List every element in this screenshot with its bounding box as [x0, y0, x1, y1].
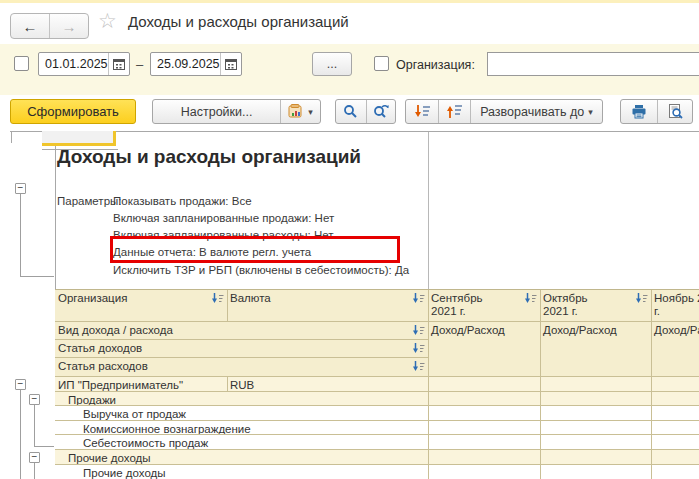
collapse-all-icon: [446, 104, 463, 119]
param-line: Показывать продажи: Все: [113, 195, 252, 207]
find-button[interactable]: [336, 100, 366, 123]
expand-to-label: Разворачивать до: [480, 105, 584, 119]
app-window: ← → ☆ Доходы и расходы организаций 01.01…: [0, 0, 699, 479]
expand-all-icon: [414, 104, 431, 119]
back-button[interactable]: ←: [11, 14, 50, 38]
table-row-values[interactable]: [428, 421, 699, 435]
expand-to-button[interactable]: Разворачивать до ▾: [471, 100, 602, 123]
sort-icon[interactable]: [412, 343, 425, 354]
generate-button[interactable]: Сформировать: [10, 99, 136, 124]
grid-vline: [651, 290, 652, 479]
grid-vline: [227, 377, 228, 392]
month-subheader[interactable]: Доход/Расход: [654, 324, 699, 336]
table-cell-currency[interactable]: RUB: [227, 377, 428, 392]
table-top-border: [55, 289, 699, 290]
sort-icon[interactable]: [412, 361, 425, 372]
organization-label: Организация:: [396, 58, 475, 72]
col-header-month-october[interactable]: Октябрь 2021 г.: [540, 290, 651, 322]
group-collapse-org[interactable]: −: [15, 379, 26, 390]
find-next-button[interactable]: [366, 100, 395, 123]
tree-line: [34, 446, 54, 447]
grid-vline: [227, 290, 228, 322]
forward-button[interactable]: →: [50, 14, 88, 38]
tree-line: [20, 276, 54, 277]
group-collapse-sales[interactable]: −: [29, 394, 40, 405]
col-header-month-september[interactable]: Сентябрь 2021 г.: [428, 290, 540, 322]
col-header-currency[interactable]: Валюта: [227, 290, 428, 322]
table-row-values[interactable]: [428, 377, 699, 392]
date-from-value: 01.01.2025: [39, 57, 108, 71]
table-row-values[interactable]: [428, 435, 699, 450]
organization-input[interactable]: [487, 52, 699, 76]
organization-checkbox[interactable]: [374, 56, 389, 71]
grid-vline: [428, 290, 429, 479]
margin-gridline: [11, 131, 12, 143]
search-next-icon: [373, 104, 389, 119]
nav-button-group: ← →: [10, 13, 89, 39]
column-gridline: [428, 132, 429, 289]
col-header-month-november[interactable]: Ноябрь 2021 г.: [651, 290, 699, 322]
table-row-values[interactable]: [428, 406, 699, 421]
selected-cell[interactable]: [42, 131, 116, 146]
col-header-organization[interactable]: Организация: [55, 290, 227, 322]
period-checkbox[interactable]: [14, 56, 29, 71]
group-collapse-other-income[interactable]: −: [29, 452, 40, 463]
date-range-dash: –: [136, 57, 143, 72]
table-row-cost[interactable]: Себестоимость продаж: [55, 435, 428, 450]
print-preview-button[interactable]: [658, 100, 692, 123]
sort-icon[interactable]: [211, 293, 224, 304]
row-header-kind[interactable]: Вид дохода / расхода: [55, 322, 428, 340]
tree-line: [20, 390, 21, 479]
table-row-commission[interactable]: Комиссионное вознаграждение: [55, 421, 428, 435]
print-button-group: [620, 99, 693, 124]
sort-icon[interactable]: [524, 293, 537, 304]
month-subheader-strip: Доход/Расход Доход/Расход Доход/Расход: [428, 322, 699, 377]
settings-button[interactable]: Настройки...: [153, 100, 280, 123]
table-row-values[interactable]: [428, 450, 699, 465]
report-title: Доходы и расходы организаций: [57, 146, 361, 168]
date-to-field[interactable]: 25.09.2025: [150, 52, 242, 76]
month-subheader[interactable]: Доход/Расход: [431, 324, 505, 336]
month-subheader[interactable]: Доход/Расход: [543, 324, 617, 336]
group-collapse-header[interactable]: −: [15, 183, 26, 194]
table-row-values[interactable]: [428, 392, 699, 406]
table-row-other-income-group[interactable]: Прочие доходы: [55, 450, 428, 465]
calendar-icon[interactable]: [108, 53, 129, 75]
sort-icon[interactable]: [412, 293, 425, 304]
grid-vline: [540, 290, 541, 479]
expand-all-button[interactable]: [406, 100, 438, 123]
table-row-revenue[interactable]: Выручка от продаж: [55, 406, 428, 421]
print-button[interactable]: [621, 100, 657, 123]
param-line: Исключить ТЗР и РБП (включены в себестои…: [113, 264, 409, 276]
table-row-values[interactable]: [428, 465, 699, 479]
sort-icon[interactable]: [635, 293, 648, 304]
table-row-other-income[interactable]: Прочие доходы: [55, 465, 428, 479]
tree-line: [34, 405, 35, 446]
param-line: Включая запланированные продажи: Нет: [113, 212, 334, 224]
table-row-sales[interactable]: Продажи: [55, 392, 428, 406]
period-more-button[interactable]: ...: [312, 52, 352, 76]
annotation-red-box: [110, 236, 400, 263]
search-icon: [343, 104, 358, 119]
collapse-all-button[interactable]: [439, 100, 470, 123]
row-header-expense-item[interactable]: Статья расходов: [55, 358, 428, 377]
titlebar: ← → ☆ Доходы и расходы организаций: [0, 3, 699, 44]
print-preview-icon: [668, 104, 683, 119]
date-from-field[interactable]: 01.01.2025: [38, 52, 130, 76]
expand-button-group: Разворачивать до ▾: [405, 99, 603, 124]
table-row-org[interactable]: ИП "Предприниматель": [55, 377, 227, 392]
page-title: Доходы и расходы организаций: [128, 13, 349, 30]
settings-button-group: Настройки... ▾: [152, 99, 321, 124]
tree-line: [20, 194, 21, 276]
params-label: Параметры:: [57, 195, 122, 207]
printer-icon: [631, 104, 647, 119]
favorite-star-icon[interactable]: ☆: [98, 10, 117, 32]
sort-icon[interactable]: [412, 325, 425, 336]
report-variants-button[interactable]: ▾: [281, 100, 320, 123]
date-to-value: 25.09.2025: [151, 57, 220, 71]
tree-line: [34, 463, 35, 479]
row-header-income-item[interactable]: Статья доходов: [55, 340, 428, 358]
variants-icon: [288, 104, 304, 119]
calendar-icon[interactable]: [220, 53, 241, 75]
search-button-group: [335, 99, 396, 124]
